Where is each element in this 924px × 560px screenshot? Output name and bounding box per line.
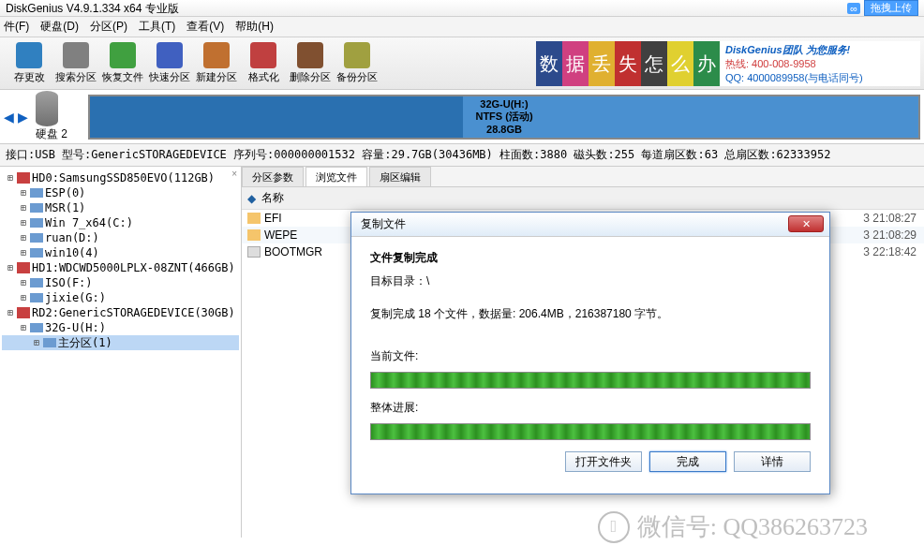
toolbar-4[interactable]: 新建分区 [193,42,240,84]
tree-row[interactable]: ⊞主分区(1) [2,335,239,350]
nav-arrows[interactable]: ◀ ▶ [4,110,32,125]
copy-summary-text: 复制完成 18 个文件，数据量: 206.4MB，216387180 字节。 [370,306,811,322]
ad-banner: 数据丢失怎么办 DiskGenius团队 为您服务! 热线: 400-008-9… [536,41,920,86]
banner-line2: 热线: 400-008-9958 [725,57,915,71]
close-icon[interactable]: ✕ [788,215,824,232]
copy-done-text: 文件复制完成 [370,250,811,266]
copy-dialog: 复制文件 ✕ 文件复制完成 目标目录：\ 复制完成 18 个文件，数据量: 20… [350,212,830,494]
column-name[interactable]: 名称 [261,190,284,206]
tab-partition-params[interactable]: 分区参数 [242,167,304,186]
tree-row[interactable]: ⊞ESP(0) [2,185,239,200]
disk-map-label: 硬盘 2 [32,91,88,142]
app-title: DiskGenius V4.9.1.334 x64 专业版 [6,1,179,15]
open-folder-button[interactable]: 打开文件夹 [565,451,642,472]
upload-icon[interactable]: ∞ [847,3,860,14]
toolbar-7[interactable]: 备份分区 [334,42,380,84]
tree-row[interactable]: ⊞RD2:GenericSTORAGEDEVICE(30GB) [2,305,239,320]
toolbar-2[interactable]: 恢复文件 [99,42,146,84]
current-file-label: 当前文件: [370,348,811,364]
dialog-title: 复制文件 [361,216,406,232]
target-dir-text: 目标目录：\ [370,273,811,289]
toolbar-5[interactable]: 格式化 [240,42,287,84]
toolbar: 存更改搜索分区恢复文件快速分区新建分区格式化删除分区备份分区 数据丢失怎么办 D… [0,37,924,90]
tree-row[interactable]: ⊞32G-U(H:) [2,320,239,335]
menu-tools[interactable]: 工具(T) [139,19,175,35]
disk-icon [36,91,58,126]
toolbar-6[interactable]: 删除分区 [287,42,334,84]
banner-line1: DiskGenius团队 为您服务! [725,43,915,57]
menu-help[interactable]: 帮助(H) [235,19,274,35]
banner-line3: QQ: 4000089958(与电话同号) [725,71,915,85]
tree-close-icon[interactable]: × [231,169,237,179]
status-line: 接口:USB 型号:GenericSTORAGEDEVICE 序列号:00000… [0,144,924,167]
menu-disk[interactable]: 硬盘(D) [40,19,79,35]
menu-partition[interactable]: 分区(P) [90,19,127,35]
current-file-progress [370,372,811,389]
title-bar: DiskGenius V4.9.1.334 x64 专业版 ∞ 拖拽上传 [0,0,924,17]
overall-progress-label: 整体进展: [370,400,811,416]
menu-view[interactable]: 查看(V) [186,19,224,35]
file-list-header: ◆ 名称 [242,187,924,210]
tree-row[interactable]: ⊞MSR(1) [2,200,239,215]
toolbar-3[interactable]: 快速分区 [146,42,193,84]
watermark: 𓆩 微信号: QQ386263723 [598,510,868,543]
tree-row[interactable]: ⊞HD1:WDCWD5000LPLX-08ZNT(466GB) [2,260,239,275]
disk-map: ◀ ▶ 硬盘 2 32G-U(H:) NTFS (活动) 28.8GB [0,90,924,144]
partition-bar[interactable]: 32G-U(H:) NTFS (活动) 28.8GB [88,95,920,140]
tree-row[interactable]: ⊞ISO(F:) [2,275,239,290]
tree-pane: × ⊞HD0:SamsungSSD850EVO(112GB)⊞ESP(0)⊞MS… [0,167,242,538]
tree-row[interactable]: ⊞jixie(G:) [2,290,239,305]
menu-bar: 件(F) 硬盘(D) 分区(P) 工具(T) 查看(V) 帮助(H) [0,17,924,37]
tree-row[interactable]: ⊞HD0:SamsungSSD850EVO(112GB) [2,170,239,185]
up-folder-icon[interactable]: ◆ [247,192,256,205]
overall-progress [370,423,811,440]
menu-file[interactable]: 件(F) [4,19,29,35]
wechat-icon: 𓆩 [598,511,630,543]
details-button[interactable]: 详情 [734,451,811,472]
tab-sector-edit[interactable]: 扇区编辑 [369,167,431,186]
tabs: 分区参数 浏览文件 扇区编辑 [242,167,924,187]
tree-row[interactable]: ⊞win10(4) [2,245,239,260]
dialog-title-bar[interactable]: 复制文件 ✕ [351,213,829,237]
tab-browse-files[interactable]: 浏览文件 [306,167,367,186]
upload-button[interactable]: 拖拽上传 [864,0,918,16]
tree-row[interactable]: ⊞Win 7_x64(C:) [2,215,239,230]
toolbar-0[interactable]: 存更改 [6,42,52,84]
tree-row[interactable]: ⊞ruan(D:) [2,230,239,245]
toolbar-1[interactable]: 搜索分区 [52,42,99,84]
done-button[interactable]: 完成 [649,451,726,472]
